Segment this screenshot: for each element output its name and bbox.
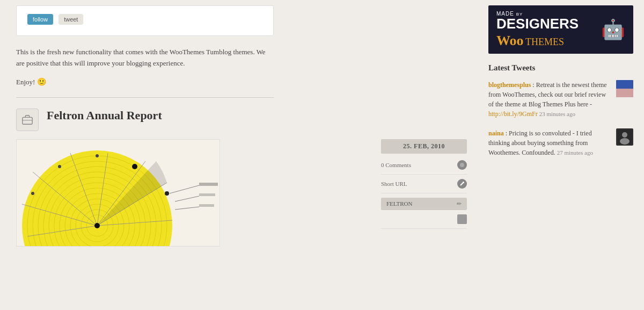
post-image-column [16,139,370,247]
tweet-avatar-1 [616,80,633,97]
comments-icon [457,160,467,170]
tweet-button[interactable]: tweet [58,14,83,25]
section-divider [16,97,274,98]
tweet-item-1: blogthemesplus : Retreat is the newest t… [488,80,633,119]
emoji-icon: 🙂 [37,78,46,86]
svg-rect-33 [199,183,218,186]
tweet-text-1: blogthemesplus : Retreat is the newest t… [488,80,612,119]
avatar-flag-icon [616,80,633,97]
svg-rect-35 [199,204,214,207]
svg-line-38 [460,182,464,185]
svg-rect-34 [199,193,215,196]
featured-post-header: Feltron Annual Report [16,109,467,131]
main-content: follow tweet This is the fresh new funct… [0,0,483,310]
briefcase-icon [21,114,33,126]
svg-point-40 [622,132,627,138]
chart-image [16,139,220,247]
sidebar-ad-banner[interactable]: MADE BY DESIGNERS Woo THEMES 🤖 [488,5,633,54]
pencil-icon: ✏ [457,200,462,207]
enjoy-label: Enjoy! [16,78,35,86]
tweet-username-1[interactable]: blogthemesplus [488,81,531,89]
svg-point-25 [132,164,137,169]
feltron-chart-svg [17,140,220,247]
follow-button[interactable]: follow [27,14,53,25]
enjoy-text: Enjoy! 🙂 [16,77,467,86]
tweet-link-1[interactable]: http://bit.ly/9GmFr [488,110,538,118]
extra-meta [381,214,467,229]
sidebar: MADE BY DESIGNERS Woo THEMES 🤖 Latest Tw… [483,0,644,310]
ad-themes-text: THEMES [525,37,564,47]
tweet-username-2[interactable]: naina [488,129,504,137]
top-post-widget: follow tweet [16,5,274,36]
svg-point-27 [58,165,61,168]
ad-designers-text: DESIGNERS [496,16,579,32]
svg-point-37 [460,163,464,167]
post-type-icon [16,109,39,131]
ad-character: 🤖 [601,18,625,41]
latest-tweets-title: Latest Tweets [488,63,633,73]
tweet-text-2: naina : Pricing is so convoluted - I tri… [488,128,612,157]
tag-label: FELTRON [386,200,413,207]
tag-badge[interactable]: FELTRON ✏ [381,198,467,210]
tweet-avatar-2 [616,128,633,146]
svg-point-26 [96,154,99,157]
tweet-time-1: 23 minutes ago [539,111,575,117]
post-body: 25. FEB, 2010 0 Comments Short URL [16,139,467,247]
svg-point-24 [165,191,169,196]
intro-paragraph: This is the fresh new functionality that… [16,47,274,69]
extra-meta-icon [457,214,467,224]
date-badge: 25. FEB, 2010 [381,139,467,154]
tweet-item-2: naina : Pricing is so convoluted - I tri… [488,128,633,157]
svg-point-41 [620,138,630,145]
avatar-naina-icon [616,128,633,146]
short-url-label: Short URL [381,181,407,187]
short-url-icon [457,179,467,189]
tweet-time-2: 27 minutes ago [557,149,593,156]
comments-label: 0 Comments [381,162,411,168]
svg-rect-0 [23,117,32,124]
ad-woo-text: Woo [496,33,524,48]
short-url-meta[interactable]: Short URL [381,179,467,193]
comments-meta: 0 Comments [381,160,467,175]
post-title: Feltron Annual Report [47,109,162,122]
post-meta-column: 25. FEB, 2010 0 Comments Short URL [381,139,467,233]
svg-point-28 [31,192,34,195]
